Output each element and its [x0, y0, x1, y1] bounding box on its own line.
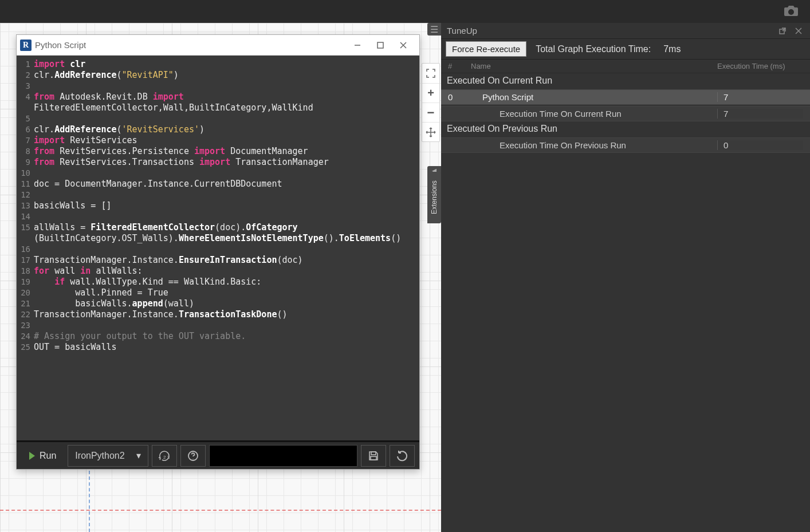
run-label: Run	[40, 451, 56, 461]
code-editor[interactable]: 1234567891011121314151617181920212223242…	[17, 56, 419, 440]
line-numbers: 1234567891011121314151617181920212223242…	[17, 56, 33, 440]
close-icon[interactable]	[793, 27, 804, 34]
svg-rect-1	[378, 42, 383, 48]
top-bar	[0, 0, 810, 23]
panel-title: TuneUp	[447, 26, 772, 36]
revit-logo-icon: R	[20, 40, 32, 51]
total-time-label: Total Graph Execution Time:	[536, 44, 651, 54]
engine-selector[interactable]: IronPython2 ▾	[68, 445, 148, 467]
play-icon	[29, 452, 35, 460]
table-row[interactable]: 0Python Script7	[441, 89, 810, 105]
canvas-tools: + −	[422, 63, 440, 142]
table-header: # Name Execution Time (ms)	[441, 60, 810, 73]
code-content[interactable]: import clrclr.AddReference("RevitAPI")fr…	[33, 56, 419, 440]
chevron-down-icon: ▾	[136, 450, 141, 461]
section-prev: Executed On Previous Run	[441, 121, 810, 136]
window-title-bar[interactable]: R Python Script	[17, 35, 419, 56]
header-name: Name	[471, 62, 717, 70]
extensions-tab[interactable]: Extensions	[427, 172, 441, 223]
help-icon[interactable]	[180, 445, 206, 467]
svg-text:2 3: 2 3	[163, 455, 170, 460]
save-icon[interactable]	[361, 445, 386, 467]
engine-label: IronPython2	[75, 451, 124, 461]
revert-icon[interactable]	[390, 445, 415, 467]
window-title: Python Script	[35, 40, 346, 50]
maximize-button[interactable]	[369, 37, 392, 53]
zoom-out-icon[interactable]: −	[422, 103, 439, 122]
editor-footer: Run IronPython2 ▾ 2 3	[17, 440, 419, 469]
section-current: Executed On Current Run	[441, 73, 810, 88]
svg-rect-5	[371, 456, 376, 460]
popout-icon[interactable]	[777, 27, 788, 34]
svg-rect-4	[371, 452, 376, 455]
rows-current: 0Python Script7Execution Time On Current…	[441, 88, 810, 121]
header-time: Execution Time (ms)	[717, 62, 803, 70]
table-row[interactable]: Execution Time On Current Run7	[441, 106, 810, 121]
zoom-in-icon[interactable]: +	[422, 83, 439, 103]
console-area	[209, 445, 357, 467]
pan-icon[interactable]	[422, 122, 439, 141]
run-button[interactable]: Run	[21, 445, 64, 467]
panel-header: TuneUp	[441, 23, 810, 39]
camera-icon[interactable]	[784, 5, 799, 17]
close-button[interactable]	[392, 37, 415, 53]
tuneup-panel: ☰ TuneUp Force Re-execute Total Graph Ex…	[441, 23, 810, 532]
force-reexecute-button[interactable]: Force Re-execute	[446, 41, 526, 57]
exec-bar: Force Re-execute Total Graph Execution T…	[441, 39, 810, 60]
history-icon[interactable]: 2 3	[152, 445, 177, 467]
rows-prev: Execution Time On Previous Run0	[441, 136, 810, 153]
table-row[interactable]: Execution Time On Previous Run0	[441, 137, 810, 153]
fit-icon[interactable]	[422, 64, 439, 83]
python-script-window: R Python Script 123456789101112131415161…	[16, 34, 420, 470]
pane-handle-icon[interactable]: ☰	[427, 23, 441, 36]
total-time-value: 7ms	[663, 44, 681, 54]
header-idx: #	[448, 62, 471, 70]
axis-x	[0, 510, 441, 511]
minimize-button[interactable]	[346, 37, 369, 53]
